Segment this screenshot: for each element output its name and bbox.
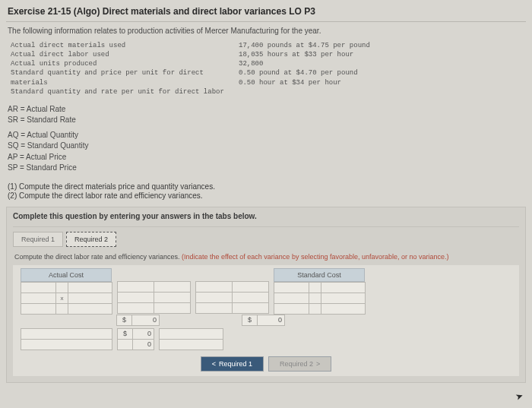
intro-text: The following information relates to pro… bbox=[0, 27, 532, 41]
value-zero: 0 bbox=[133, 328, 154, 339]
mid-grid-2[interactable] bbox=[195, 281, 269, 314]
total-row-2[interactable]: $0 bbox=[242, 315, 285, 326]
instruction-hint: (Indicate the effect of each variance by… bbox=[182, 253, 449, 261]
data-label: Standard quantity and rate per unit for … bbox=[11, 87, 239, 96]
chevron-left-icon: < bbox=[212, 360, 216, 368]
prev-button[interactable]: < Required 1 bbox=[201, 356, 264, 372]
value-zero: 0 bbox=[258, 315, 285, 325]
given-data: Actual direct materials used Actual dire… bbox=[0, 41, 532, 103]
next-button[interactable]: Required 2 > bbox=[268, 356, 331, 372]
requirements: (1) Compute the direct materials price a… bbox=[0, 182, 532, 207]
data-label: Standard quantity and price per unit for… bbox=[11, 68, 239, 87]
tabs: Required 1 Required 2 bbox=[13, 232, 519, 247]
multiply-symbol: x bbox=[56, 293, 68, 303]
tab-required-2[interactable]: Required 2 bbox=[66, 232, 116, 247]
worksheet: Actual Cost x bbox=[13, 265, 519, 376]
next-label: Required 2 bbox=[280, 360, 313, 368]
variance-value-grid[interactable]: $0 0 bbox=[117, 328, 154, 350]
tab-instruction: Compute the direct labor rate and effici… bbox=[13, 250, 519, 265]
value-zero: 0 bbox=[133, 339, 154, 349]
def-line: SP = Standard Price bbox=[8, 163, 524, 173]
instruction-main: Compute the direct labor rate and effici… bbox=[14, 253, 182, 261]
data-value: 18,035 hours at $33 per hour bbox=[239, 50, 370, 59]
data-value: 0.50 pound at $4.70 per pound bbox=[239, 68, 370, 77]
variance-select-grid[interactable] bbox=[159, 328, 223, 350]
value-zero: 0 bbox=[132, 315, 160, 325]
definitions: AR = Actual Rate SR = Standard Rate AQ =… bbox=[0, 103, 532, 182]
data-label: Actual direct labor used bbox=[11, 50, 239, 59]
header-standard-cost: Standard Cost bbox=[274, 268, 365, 282]
standard-cost-grid[interactable] bbox=[274, 282, 366, 315]
def-line: AR = Actual Rate bbox=[8, 104, 524, 115]
chevron-right-icon: > bbox=[316, 360, 320, 368]
tab-required-1[interactable]: Required 1 bbox=[13, 232, 63, 247]
nav-buttons: < Required 1 Required 2 > bbox=[14, 350, 518, 373]
total-row-1[interactable]: $0 bbox=[116, 315, 160, 326]
dollar-sign: $ bbox=[117, 315, 132, 325]
def-line: AP = Actual Price bbox=[8, 152, 524, 163]
data-value: 32,800 bbox=[239, 59, 370, 68]
def-line: SQ = Standard Quantity bbox=[8, 141, 524, 151]
data-value: 0.50 hour at $34 per hour bbox=[239, 78, 370, 87]
dollar-sign: $ bbox=[118, 328, 133, 339]
req-line: (1) Compute the direct materials price a… bbox=[8, 182, 524, 191]
answer-panel: Complete this question by entering your … bbox=[6, 207, 526, 383]
data-label: Actual direct materials used bbox=[11, 41, 239, 50]
divider bbox=[6, 21, 526, 22]
variance-label-grid[interactable] bbox=[21, 328, 112, 350]
req-line: (2) Compute the direct labor rate and ef… bbox=[8, 191, 524, 200]
prev-label: Required 1 bbox=[219, 360, 252, 368]
data-label: Actual units produced bbox=[11, 59, 239, 68]
exercise-title: Exercise 21-15 (Algo) Direct materials a… bbox=[0, 0, 532, 21]
def-line: AQ = Actual Quantity bbox=[8, 130, 524, 141]
data-value: 17,400 pounds at $4.75 per pound bbox=[239, 41, 370, 50]
actual-cost-grid[interactable]: x bbox=[21, 282, 112, 315]
cursor-icon: ➤ bbox=[514, 391, 524, 403]
header-actual-cost: Actual Cost bbox=[21, 268, 112, 282]
def-line: SR = Standard Rate bbox=[8, 115, 524, 125]
dollar-sign: $ bbox=[242, 315, 258, 325]
mid-grid-1[interactable] bbox=[117, 281, 191, 314]
panel-heading: Complete this question by entering your … bbox=[13, 212, 519, 227]
